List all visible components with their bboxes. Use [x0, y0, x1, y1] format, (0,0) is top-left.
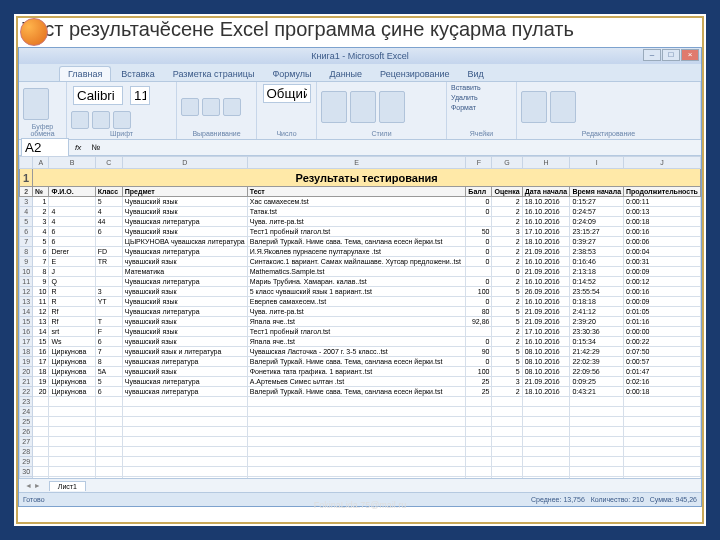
cell[interactable]: Математика [122, 267, 247, 277]
cell[interactable] [122, 457, 247, 467]
row-header[interactable]: 6 [20, 227, 33, 237]
cell[interactable]: 0 [466, 277, 492, 287]
row-header[interactable]: 8 [20, 247, 33, 257]
tab-layout[interactable]: Разметка страницы [165, 67, 263, 81]
row-header[interactable]: 17 [20, 337, 33, 347]
cell[interactable]: Циркунова [49, 367, 95, 377]
cell[interactable]: 0:00:22 [624, 337, 701, 347]
row-header[interactable]: 30 [20, 467, 33, 477]
cell[interactable]: T [95, 317, 122, 327]
cell[interactable]: 5 [492, 347, 522, 357]
cell[interactable]: 2 [492, 197, 522, 207]
cell[interactable] [95, 447, 122, 457]
cell[interactable] [247, 407, 466, 417]
bold-icon[interactable] [71, 111, 89, 129]
cell[interactable]: 0 [492, 267, 522, 277]
underline-icon[interactable] [113, 111, 131, 129]
row-header[interactable]: 5 [20, 217, 33, 227]
cell[interactable]: 4 [49, 217, 95, 227]
row-header[interactable]: 18 [20, 347, 33, 357]
cell[interactable]: 2:39:20 [570, 317, 624, 327]
cell[interactable]: Чувашская литература [122, 247, 247, 257]
col-header[interactable]: D [122, 157, 247, 169]
cell[interactable]: 0:00:00 [624, 327, 701, 337]
find-icon[interactable] [550, 91, 576, 123]
cell[interactable]: Фонетика тата графика. 1 вариант..tst [247, 367, 466, 377]
cell[interactable]: 5 [492, 367, 522, 377]
cell[interactable] [570, 467, 624, 477]
cell[interactable]: YT [95, 297, 122, 307]
col-header[interactable]: E [247, 157, 466, 169]
cell[interactable]: Rf [49, 307, 95, 317]
cell[interactable]: 0:01:16 [624, 317, 701, 327]
cell[interactable]: 4 [49, 207, 95, 217]
cell[interactable] [624, 457, 701, 467]
cell[interactable]: Циркунова [49, 357, 95, 367]
row-header[interactable]: 9 [20, 257, 33, 267]
cell[interactable] [492, 437, 522, 447]
cell[interactable]: 5 класс чувашский язык 1 вариант..tst [247, 287, 466, 297]
row-header[interactable]: 19 [20, 357, 33, 367]
cell[interactable]: 5А [95, 367, 122, 377]
cell[interactable]: 21.09.2016 [522, 317, 570, 327]
col-header[interactable]: I [570, 157, 624, 169]
cell[interactable]: 0:24:57 [570, 207, 624, 217]
cell[interactable] [33, 447, 49, 457]
cell[interactable]: 92,86 [466, 317, 492, 327]
cell[interactable] [122, 427, 247, 437]
cell[interactable]: 10 [33, 287, 49, 297]
cell[interactable] [247, 427, 466, 437]
tab-review[interactable]: Рецензирование [372, 67, 458, 81]
cell[interactable]: 0:16:46 [570, 257, 624, 267]
col-header[interactable]: H [522, 157, 570, 169]
cell[interactable]: 22:09:56 [570, 367, 624, 377]
cell[interactable]: 0 [466, 247, 492, 257]
cell[interactable]: 8 [95, 357, 122, 367]
formula-value[interactable]: № [85, 143, 100, 152]
cell[interactable] [570, 447, 624, 457]
cell[interactable]: 0:00:04 [624, 247, 701, 257]
row-header[interactable]: 20 [20, 367, 33, 377]
cell[interactable]: 5 [492, 317, 522, 327]
cell[interactable]: 0:00:18 [624, 387, 701, 397]
tab-home[interactable]: Главная [59, 66, 111, 81]
cell[interactable] [33, 417, 49, 427]
cell[interactable]: 2 [492, 327, 522, 337]
cell[interactable]: И.Я.Яковлев пурнасепе пултарулахе .tst [247, 247, 466, 257]
cell[interactable]: 16.10.2016 [522, 277, 570, 287]
cell[interactable]: 23:55:54 [570, 287, 624, 297]
font-name[interactable] [73, 86, 123, 105]
cell[interactable]: 6 [33, 247, 49, 257]
cell[interactable]: Чувашский язык [122, 327, 247, 337]
cell[interactable]: 21.09.2016 [522, 307, 570, 317]
cell[interactable]: 2:38:53 [570, 247, 624, 257]
cell[interactable] [466, 217, 492, 227]
row-header[interactable]: 2 [20, 187, 33, 197]
cell[interactable]: Mathematics.Sample.tst [247, 267, 466, 277]
cell[interactable]: 4 [95, 207, 122, 217]
row-header[interactable]: 13 [20, 297, 33, 307]
cell[interactable]: Тест1 пробный глагол.tst [247, 227, 466, 237]
cell[interactable] [624, 467, 701, 477]
cell[interactable]: Чувашская Ласточка - 2007 г. 3-5 класс..… [247, 347, 466, 357]
cell[interactable]: Ws [49, 337, 95, 347]
cell[interactable] [247, 467, 466, 477]
col-header[interactable]: C [95, 157, 122, 169]
cell[interactable] [95, 277, 122, 287]
cell[interactable]: srt [49, 327, 95, 337]
paste-icon[interactable] [23, 88, 49, 120]
cell[interactable] [492, 427, 522, 437]
cells-delete[interactable]: Удалить [451, 94, 478, 101]
close-button[interactable]: × [681, 49, 699, 61]
cell[interactable]: 0:00:18 [624, 217, 701, 227]
cell[interactable] [95, 237, 122, 247]
cell[interactable]: чувашская литература [122, 387, 247, 397]
cell[interactable]: Еверлев самахесем..tst [247, 297, 466, 307]
row-header[interactable]: 27 [20, 437, 33, 447]
sort-icon[interactable] [521, 91, 547, 123]
cell[interactable] [95, 437, 122, 447]
cell[interactable] [522, 447, 570, 457]
cell[interactable] [466, 447, 492, 457]
cell[interactable]: Циркунова [49, 387, 95, 397]
cell[interactable] [95, 417, 122, 427]
